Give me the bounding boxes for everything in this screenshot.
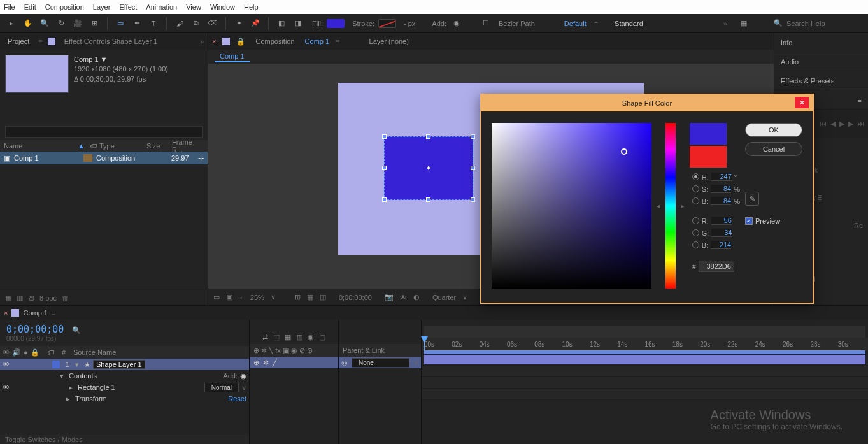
menu-animation[interactable]: Animation bbox=[146, 3, 177, 11]
prev-frame-icon[interactable]: ◀ bbox=[830, 120, 836, 128]
r-input[interactable] bbox=[711, 217, 732, 225]
menu-file[interactable]: File bbox=[4, 3, 15, 11]
viewer-time[interactable]: 0;00;00;00 bbox=[339, 294, 372, 301]
source-name-header[interactable]: Source Name bbox=[73, 348, 246, 356]
alpha-icon[interactable]: ▣ bbox=[226, 293, 232, 301]
fill-swatch[interactable] bbox=[327, 19, 345, 28]
shy-switch[interactable]: ⊕ bbox=[253, 359, 259, 367]
tl-icon-c[interactable]: ▦ bbox=[285, 333, 291, 341]
tl-icon-e[interactable]: ◉ bbox=[308, 333, 314, 341]
resolution-select[interactable]: Quarter bbox=[432, 294, 456, 301]
radio-s[interactable] bbox=[692, 185, 699, 192]
layer-label-color[interactable] bbox=[52, 361, 60, 368]
bl-input[interactable] bbox=[711, 241, 731, 249]
panel-effects-presets[interactable]: Effects & Presets bbox=[774, 71, 868, 90]
pen-tool-icon[interactable]: ✒ bbox=[131, 17, 143, 30]
menu-composition[interactable]: Composition bbox=[45, 3, 84, 11]
trash-icon[interactable]: 🗑 bbox=[62, 294, 69, 302]
search-help-input[interactable] bbox=[786, 20, 863, 27]
panel-audio[interactable]: Audio bbox=[774, 52, 868, 71]
comp-name[interactable]: Comp 1 ▼ bbox=[74, 55, 168, 64]
lock-col-icon[interactable]: 🔒 bbox=[31, 348, 39, 357]
menu-layer[interactable]: Layer bbox=[93, 3, 111, 11]
folder-icon[interactable]: ▥ bbox=[17, 294, 23, 302]
snap-icon[interactable]: ◧ bbox=[275, 17, 288, 30]
dialog-title[interactable]: Shape Fill Color ✕ bbox=[481, 95, 813, 111]
layer-1-bar[interactable] bbox=[424, 355, 865, 364]
tl-icon-d[interactable]: ▥ bbox=[296, 333, 302, 341]
safe-icon[interactable]: ⊞ bbox=[295, 293, 301, 301]
flowchart-icon[interactable]: ⊹ bbox=[198, 154, 204, 162]
rectangle-tool-icon[interactable]: ▭ bbox=[114, 17, 127, 30]
zoom-level[interactable]: 25% bbox=[250, 294, 264, 301]
eye-toggle[interactable]: 👁 bbox=[3, 361, 11, 368]
radio-h[interactable] bbox=[692, 173, 699, 180]
cancel-button[interactable]: Cancel bbox=[745, 142, 802, 156]
solo-col-icon[interactable]: ● bbox=[24, 348, 28, 357]
type-tool-icon[interactable]: T bbox=[147, 17, 160, 30]
zoom-tool-icon[interactable]: 🔍 bbox=[38, 17, 51, 30]
quality-switch[interactable]: ╱ bbox=[273, 359, 277, 367]
tab-composition-view[interactable]: Composition bbox=[252, 38, 298, 45]
lock-icon[interactable]: 🔒 bbox=[236, 38, 245, 46]
bpc-label[interactable]: 8 bpc bbox=[39, 294, 57, 302]
magnify-icon[interactable]: ▭ bbox=[213, 293, 220, 301]
collapse-switch[interactable]: ✲ bbox=[263, 359, 269, 367]
color-field-cursor[interactable] bbox=[621, 148, 627, 155]
project-search-input[interactable] bbox=[5, 126, 203, 138]
comp-thumbnail[interactable] bbox=[5, 55, 69, 93]
comp-link[interactable]: Comp 1 bbox=[305, 38, 330, 45]
eye-col-icon[interactable]: 👁 bbox=[3, 348, 10, 357]
new-comp-icon[interactable]: ▧ bbox=[28, 294, 34, 302]
menu-effect[interactable]: Effect bbox=[119, 3, 137, 11]
stroke-px[interactable]: - px bbox=[404, 20, 415, 27]
hand-tool-icon[interactable]: ✋ bbox=[22, 17, 34, 30]
h-input[interactable] bbox=[711, 173, 732, 181]
pickwhip-icon[interactable]: ◎ bbox=[341, 359, 348, 367]
play-icon[interactable]: ▶ bbox=[839, 120, 844, 128]
speaker-col-icon[interactable]: 🔊 bbox=[12, 348, 21, 357]
project-row-comp1[interactable]: ▣ Comp 1 Composition 29.97 ⊹ bbox=[0, 152, 208, 164]
transform-twirl[interactable]: ▸ bbox=[66, 395, 73, 403]
camera-tool-icon[interactable]: 🎥 bbox=[71, 17, 84, 30]
shape-layer-rect[interactable]: ✦ bbox=[384, 136, 473, 200]
timeline-ruler[interactable]: 00s02s04s06s08s10s12s14s16s18s20s22s24s2… bbox=[422, 338, 868, 350]
preview-checkbox[interactable]: ✓ bbox=[745, 217, 753, 225]
layer-row-1[interactable]: 👁 1 ▾ ★ Shape Layer 1 bbox=[0, 359, 249, 370]
roto-tool-icon[interactable]: ✦ bbox=[232, 17, 245, 30]
reset-link[interactable]: Reset bbox=[228, 395, 246, 403]
parent-select[interactable]: None bbox=[352, 358, 409, 368]
last-frame-icon[interactable]: ⏭ bbox=[857, 120, 864, 127]
menu-view[interactable]: View bbox=[186, 3, 201, 11]
snapshot-icon[interactable]: 📷 bbox=[385, 293, 394, 301]
add-shape-button[interactable]: ◉ bbox=[240, 372, 246, 380]
col-name[interactable]: Name bbox=[4, 142, 75, 150]
subtab-comp1[interactable]: Comp 1 bbox=[215, 51, 250, 62]
label-col-icon[interactable]: 🏷 bbox=[47, 348, 54, 356]
layer-twirl[interactable]: ▾ bbox=[75, 361, 82, 369]
workspace-standard[interactable]: Standard bbox=[615, 20, 643, 27]
col-frame[interactable]: Frame R... bbox=[172, 138, 204, 154]
eraser-tool-icon[interactable]: ⌫ bbox=[206, 17, 219, 30]
col-size[interactable]: Size bbox=[146, 142, 169, 150]
selection-tool-icon[interactable]: ▸ bbox=[5, 17, 18, 30]
contents-twirl[interactable]: ▾ bbox=[60, 372, 66, 380]
hue-slider[interactable] bbox=[665, 123, 675, 289]
ok-button[interactable]: OK bbox=[745, 123, 802, 137]
g-input[interactable] bbox=[711, 229, 732, 237]
radio-r[interactable] bbox=[692, 217, 699, 224]
radio-g[interactable] bbox=[692, 229, 699, 236]
guide-icon[interactable]: ◫ bbox=[320, 293, 326, 301]
rect-twirl[interactable]: ▸ bbox=[69, 383, 75, 392]
dialog-close-button[interactable]: ✕ bbox=[795, 97, 809, 108]
tl-icon-b[interactable]: ⬚ bbox=[273, 333, 280, 341]
workspace-default[interactable]: Default bbox=[564, 20, 587, 27]
tl-icon-f[interactable]: ▢ bbox=[319, 333, 325, 341]
toggle-switches-button[interactable]: Toggle Switches / Modes bbox=[5, 436, 83, 443]
interpret-icon[interactable]: ▦ bbox=[5, 294, 11, 302]
s-input[interactable] bbox=[711, 185, 731, 193]
radio-bl[interactable] bbox=[692, 241, 699, 248]
timecode-search-icon[interactable]: 🔍 bbox=[72, 326, 81, 334]
current-timecode[interactable]: 0;00;00;00 bbox=[6, 324, 64, 335]
eyedropper-button[interactable]: ✎ bbox=[745, 192, 759, 206]
